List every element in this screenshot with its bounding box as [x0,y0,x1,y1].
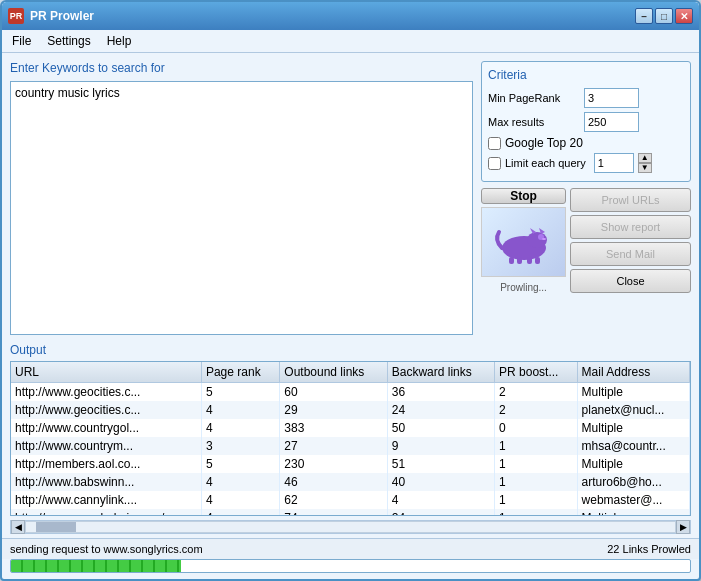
prowl-image [481,207,566,277]
maximize-button[interactable]: □ [655,8,673,24]
keywords-label: Enter Keywords to search for [10,61,473,75]
window-title: PR Prowler [30,9,635,23]
table-row: http://www.popularlyric.com/474241Multip… [11,509,690,515]
max-results-input[interactable] [584,112,639,132]
close-window-button[interactable]: ✕ [675,8,693,24]
google-top20-checkbox[interactable] [488,137,501,150]
svg-rect-6 [517,257,522,264]
col-backward: Backward links [387,362,494,383]
progress-bar-fill [11,560,181,572]
output-section: Output URL Page rank Outbound links Back… [2,343,699,520]
horizontal-scrollbar: ◀ ▶ [10,520,691,534]
max-results-label: Max results [488,116,578,128]
spinner-down[interactable]: ▼ [638,163,652,173]
criteria-title: Criteria [488,68,684,82]
max-results-row: Max results [488,112,684,132]
col-mail: Mail Address [577,362,689,383]
status-left-text: sending request to www.songlyrics.com [10,543,203,555]
min-pagerank-row: Min PageRank [488,88,684,108]
left-panel: Enter Keywords to search for [10,61,473,335]
show-report-button[interactable]: Show report [570,215,691,239]
limit-query-spinner: ▲ ▼ [638,153,652,173]
progress-bar-container [10,559,691,573]
output-label: Output [10,343,691,357]
menu-help[interactable]: Help [101,32,138,50]
prowl-cat-svg [489,220,559,265]
menu-settings[interactable]: Settings [41,32,96,50]
spinner-up[interactable]: ▲ [638,153,652,163]
output-table-scroll[interactable]: URL Page rank Outbound links Backward li… [11,362,690,515]
google-top20-row: Google Top 20 [488,136,684,150]
main-content: Enter Keywords to search for Criteria Mi… [2,53,699,343]
window-controls: – □ ✕ [635,8,693,24]
col-prboost: PR boost... [495,362,577,383]
close-button[interactable]: Close [570,269,691,293]
menu-bar: File Settings Help [2,30,699,53]
prowl-urls-button[interactable]: Prowl URLs [570,188,691,212]
table-row: http://members.aol.co...5230511Multiple [11,455,690,473]
table-row: http://www.cannylink....46241webmaster@.… [11,491,690,509]
menu-file[interactable]: File [6,32,37,50]
scroll-track [25,521,676,533]
min-pagerank-label: Min PageRank [488,92,578,104]
table-row: http://www.geocities.c...429242planetx@n… [11,401,690,419]
limit-query-label: Limit each query [505,157,586,169]
app-icon: PR [8,8,24,24]
table-row: http://www.babswinn...446401arturo6b@ho.… [11,473,690,491]
svg-rect-5 [509,257,514,264]
limit-query-input[interactable] [594,153,634,173]
output-table-container: URL Page rank Outbound links Backward li… [10,361,691,516]
table-row: http://www.geocities.c...560362Multiple [11,383,690,402]
scroll-right-button[interactable]: ▶ [676,520,690,534]
table-row: http://www.countrygol...4383500Multiple [11,419,690,437]
limit-query-row: Limit each query ▲ ▼ [488,153,684,173]
scroll-left-button[interactable]: ◀ [11,520,25,534]
col-url: URL [11,362,201,383]
svg-rect-7 [527,257,532,264]
stop-button[interactable]: Stop [481,188,566,204]
col-outbound: Outbound links [280,362,387,383]
svg-rect-8 [535,257,540,264]
prowling-text: Prowling... [481,282,566,293]
output-table: URL Page rank Outbound links Backward li… [11,362,690,515]
minimize-button[interactable]: – [635,8,653,24]
status-bar: sending request to www.songlyrics.com 22… [2,538,699,559]
right-panel: Criteria Min PageRank Max results Google… [481,61,691,335]
status-right-text: 22 Links Prowled [607,543,691,555]
min-pagerank-input[interactable] [584,88,639,108]
scroll-thumb[interactable] [36,522,76,532]
title-bar: PR PR Prowler – □ ✕ [2,2,699,30]
send-mail-button[interactable]: Send Mail [570,242,691,266]
keywords-input[interactable] [10,81,473,335]
limit-query-checkbox[interactable] [488,157,501,170]
stop-area: Stop [481,188,691,293]
action-buttons: Prowl URLs Show report Send Mail Close [570,188,691,293]
google-top20-label: Google Top 20 [505,136,583,150]
table-row: http://www.countrym...32791mhsa@countr..… [11,437,690,455]
col-pagerank: Page rank [201,362,279,383]
criteria-box: Criteria Min PageRank Max results Google… [481,61,691,182]
main-window: PR PR Prowler – □ ✕ File Settings Help E… [0,0,701,581]
svg-point-9 [542,238,546,240]
